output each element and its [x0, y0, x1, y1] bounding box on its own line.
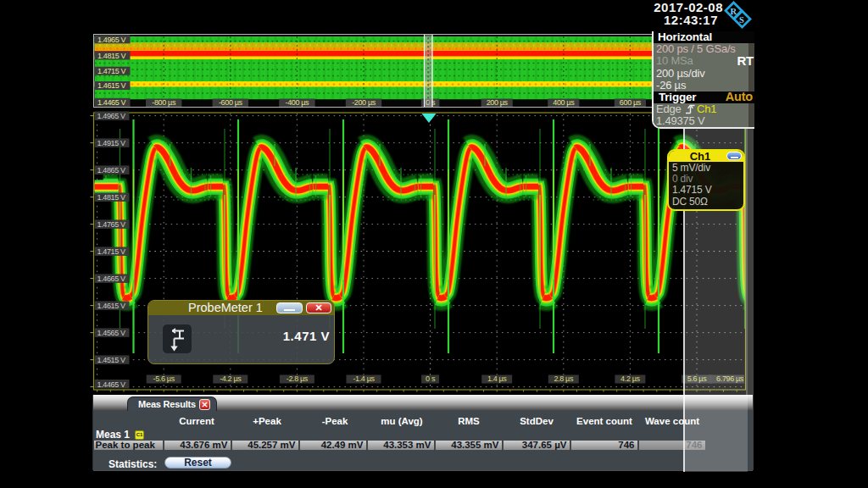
svg-text:1.4815 V: 1.4815 V	[97, 52, 126, 60]
svg-text:200 µs: 200 µs	[487, 98, 509, 107]
svg-text:R: R	[731, 7, 737, 16]
svg-text:-800 µs: -800 µs	[152, 98, 176, 107]
svg-text:1.4715 V: 1.4715 V	[97, 247, 126, 256]
svg-text:600 µs: 600 µs	[620, 98, 642, 107]
svg-text:-200 µs: -200 µs	[352, 98, 376, 107]
svg-text:-2.8 µs: -2.8 µs	[287, 374, 309, 383]
svg-text:1.4915 V: 1.4915 V	[97, 139, 126, 147]
svg-text:1.4615 V: 1.4615 V	[97, 81, 126, 90]
svg-text:1.4515 V: 1.4515 V	[97, 356, 126, 364]
svg-text:4.2 µs: 4.2 µs	[620, 374, 640, 383]
svg-text:1.4 µs: 1.4 µs	[487, 374, 507, 383]
svg-text:1.4965 V: 1.4965 V	[97, 36, 126, 44]
svg-text:-400 µs: -400 µs	[286, 98, 310, 107]
svg-text:1.4465 V: 1.4465 V	[97, 380, 126, 389]
svg-text:S: S	[739, 15, 744, 25]
svg-text:1.4465 V: 1.4465 V	[97, 98, 126, 107]
svg-text:1.4965 V: 1.4965 V	[97, 112, 126, 120]
svg-text:1.4765 V: 1.4765 V	[97, 220, 126, 229]
svg-text:-4.2 µs: -4.2 µs	[220, 374, 242, 383]
svg-text:-1.4 µs: -1.4 µs	[353, 374, 375, 383]
svg-text:2.8 µs: 2.8 µs	[554, 374, 573, 383]
svg-text:1.4615 V: 1.4615 V	[97, 302, 126, 310]
svg-text:1.4815 V: 1.4815 V	[97, 193, 126, 202]
svg-text:1.4715 V: 1.4715 V	[97, 67, 126, 75]
svg-text:-5.6 µs: -5.6 µs	[153, 374, 175, 383]
svg-text:400 µs: 400 µs	[553, 98, 575, 107]
svg-text:1.4565 V: 1.4565 V	[97, 329, 126, 337]
svg-text:-600 µs: -600 µs	[219, 98, 243, 107]
svg-text:1.4665 V: 1.4665 V	[97, 274, 126, 283]
svg-text:0 s: 0 s	[426, 374, 436, 383]
svg-text:1.4865 V: 1.4865 V	[97, 166, 126, 175]
